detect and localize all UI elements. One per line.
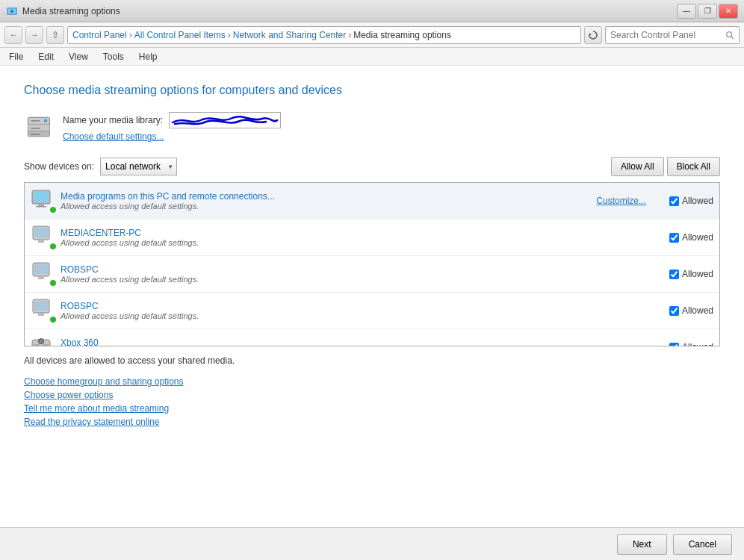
device-name-1[interactable]: MEDIACENTER-PC <box>61 228 654 238</box>
device-name-2[interactable]: ROBSPC <box>61 264 654 275</box>
default-settings-link[interactable]: Choose default settings... <box>63 131 281 142</box>
svg-rect-22 <box>34 264 48 274</box>
next-button[interactable]: Next <box>617 534 667 555</box>
svg-rect-26 <box>38 313 44 316</box>
restore-button[interactable]: ❐ <box>698 4 717 19</box>
address-path[interactable]: Control Panel › All Control Panel Items … <box>67 26 581 44</box>
allowed-checkbox-0[interactable] <box>669 196 679 206</box>
link-homegroup[interactable]: Choose homegroup and sharing options <box>24 376 720 387</box>
library-name-row: Name your media library: <box>63 112 281 128</box>
forward-button[interactable]: → <box>25 26 43 44</box>
device-desc-0: Allowed access using default settings. <box>61 202 596 211</box>
path-sep-2: › <box>228 30 231 40</box>
menu-tools[interactable]: Tools <box>99 50 128 63</box>
library-fields: Name your media library: Choose default … <box>63 112 281 142</box>
device-info-3: ROBSPC Allowed access using default sett… <box>58 301 654 320</box>
status-dot-3 <box>49 315 58 324</box>
svg-point-10 <box>44 119 48 123</box>
link-media-streaming[interactable]: Tell me more about media streaming <box>24 403 720 414</box>
search-box[interactable] <box>605 26 740 44</box>
network-select[interactable]: Local network All networks <box>100 158 177 175</box>
allow-all-button[interactable]: Allow All <box>611 157 664 176</box>
minimize-button[interactable]: — <box>677 4 696 19</box>
status-dot-1 <box>49 242 58 251</box>
svg-rect-20 <box>38 240 44 243</box>
device-info-0: Media programs on this PC and remote con… <box>58 191 596 211</box>
svg-rect-15 <box>34 192 49 202</box>
window-controls: — ❐ ✕ <box>677 4 738 19</box>
device-name-3[interactable]: ROBSPC <box>61 301 654 311</box>
device-icon-1 <box>31 224 58 251</box>
svg-rect-11 <box>31 120 40 122</box>
device-info-1: MEDIACENTER-PC Allowed access using defa… <box>58 228 654 247</box>
allowed-label-1: Allowed <box>682 232 713 243</box>
table-row: Media programs on this PC and remote con… <box>25 183 719 220</box>
library-name-input[interactable] <box>169 112 281 128</box>
address-bar: ← → ⇧ Control Panel › All Control Panel … <box>0 22 744 48</box>
search-icon <box>725 30 734 40</box>
svg-rect-30 <box>34 344 40 346</box>
library-input-wrapper[interactable] <box>169 112 281 128</box>
device-name-0[interactable]: Media programs on this PC and remote con… <box>61 191 596 202</box>
path-sep-1: › <box>129 30 132 40</box>
library-icon <box>24 112 54 142</box>
device-name-4[interactable]: Xbox 360 <box>61 337 654 346</box>
allowed-label-4: Allowed <box>682 342 713 346</box>
path-current: Media streaming options <box>353 30 451 40</box>
menu-bar: File Edit View Tools Help <box>0 48 744 66</box>
window-icon <box>6 5 18 17</box>
allowed-checkbox-4[interactable] <box>669 343 679 347</box>
svg-rect-13 <box>31 134 40 135</box>
svg-rect-23 <box>38 276 44 279</box>
block-all-button[interactable]: Block All <box>667 157 720 176</box>
path-control-panel[interactable]: Control Panel <box>72 30 127 40</box>
svg-point-29 <box>40 340 43 343</box>
device-icon-3 <box>31 297 58 324</box>
table-row: MEDIACENTER-PC Allowed access using defa… <box>25 220 719 256</box>
device-allowed-0: Allowed <box>654 196 713 206</box>
device-icon-0 <box>31 187 58 214</box>
device-allowed-1: Allowed <box>654 232 713 243</box>
close-button[interactable]: ✕ <box>719 4 738 19</box>
page-title: Choose media streaming options for compu… <box>24 84 720 97</box>
cancel-button[interactable]: Cancel <box>673 534 732 555</box>
allowed-checkbox-1[interactable] <box>669 233 679 243</box>
allowed-label-3: Allowed <box>682 305 713 316</box>
svg-point-4 <box>727 31 732 37</box>
menu-view[interactable]: View <box>64 50 93 63</box>
path-all-items[interactable]: All Control Panel Items <box>134 30 226 40</box>
up-button[interactable]: ⇧ <box>46 26 64 44</box>
back-button[interactable]: ← <box>4 26 22 44</box>
menu-help[interactable]: Help <box>134 50 162 63</box>
device-allowed-2: Allowed <box>654 269 713 279</box>
media-library-row: Name your media library: Choose default … <box>24 112 720 142</box>
allowed-checkbox-3[interactable] <box>669 306 679 316</box>
allow-block-buttons: Allow All Block All <box>611 157 720 176</box>
device-allowed-3: Allowed <box>654 305 713 316</box>
network-select-wrapper[interactable]: Local network All networks <box>100 158 177 175</box>
svg-rect-17 <box>36 206 46 208</box>
svg-rect-12 <box>31 128 40 129</box>
customize-link-0[interactable]: Customize... <box>596 196 646 206</box>
path-sep-3: › <box>348 30 351 40</box>
device-info-2: ROBSPC Allowed access using default sett… <box>58 264 654 284</box>
svg-rect-19 <box>34 228 48 237</box>
link-power[interactable]: Choose power options <box>24 390 720 400</box>
refresh-button[interactable] <box>584 26 602 44</box>
show-devices-row: Show devices on: Local network All netwo… <box>24 157 720 176</box>
link-privacy[interactable]: Read the privacy statement online <box>24 417 720 427</box>
allowed-checkbox-2[interactable] <box>669 270 679 279</box>
search-input[interactable] <box>610 30 722 40</box>
links-section: Choose homegroup and sharing options Cho… <box>24 376 720 427</box>
svg-rect-25 <box>34 301 48 311</box>
menu-edit[interactable]: Edit <box>34 50 58 63</box>
path-network-sharing[interactable]: Network and Sharing Center <box>233 30 346 40</box>
bottom-bar: Next Cancel <box>0 527 744 560</box>
menu-file[interactable]: File <box>4 50 28 63</box>
show-devices-label: Show devices on: <box>24 161 94 172</box>
svg-rect-16 <box>38 204 44 206</box>
status-dot-0 <box>49 205 58 214</box>
svg-line-5 <box>731 36 734 38</box>
main-content: Choose media streaming options for compu… <box>0 66 744 527</box>
device-info-4: Xbox 360 Allowed access using default se… <box>58 337 654 346</box>
